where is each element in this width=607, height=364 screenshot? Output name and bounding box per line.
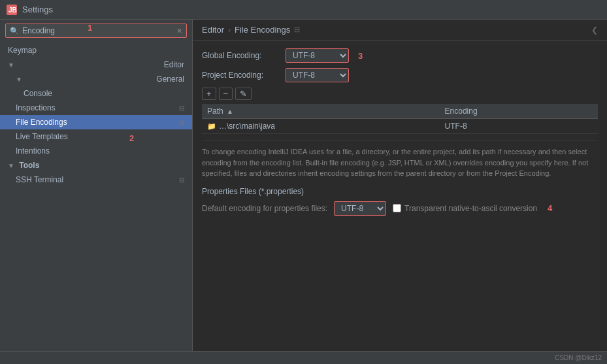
sort-arrow-path: ▲ [227, 108, 233, 115]
info-text: To change encoding IntelliJ IDEA uses fo… [202, 141, 598, 179]
col-path-header[interactable]: Path ▲ [202, 104, 440, 119]
project-encoding-row: Project Encoding: UTF-8 UTF-16 ISO-8859-… [202, 68, 598, 82]
expand-arrow-general: ▼ [16, 76, 22, 83]
file-path-value: 📁 …\src\main\java [207, 122, 435, 131]
table-row[interactable]: 📁 …\src\main\java UTF-8 [202, 119, 598, 134]
sidebar-item-live-templates[interactable]: Live Templates [0, 129, 192, 144]
sidebar-item-file-encodings[interactable]: File Encodings ⊟ [0, 115, 192, 129]
annotation-4: 4 [548, 203, 552, 213]
global-encoding-row: Global Encoding: UTF-8 UTF-16 ISO-8859-1… [202, 48, 598, 63]
add-path-button[interactable]: + [202, 88, 216, 100]
properties-row: Default encoding for properties files: U… [202, 201, 598, 216]
col-path-label: Path [207, 107, 223, 116]
global-encoding-select[interactable]: UTF-8 UTF-16 ISO-8859-1 [286, 48, 349, 63]
sidebar-item-console[interactable]: Console [0, 86, 192, 101]
inspections-settings-icon: ⊟ [179, 105, 184, 112]
breadcrumb-icon: ⊟ [294, 25, 300, 34]
breadcrumb-current: File Encodings [235, 25, 290, 35]
sidebar-item-label: Tools [19, 161, 39, 170]
project-encoding-select[interactable]: UTF-8 UTF-16 ISO-8859-1 [286, 68, 349, 82]
main-content: 🔍 ✕ 1 Keymap ▼ Editor ▼ General Console [0, 20, 607, 351]
search-input[interactable] [22, 26, 176, 35]
breadcrumb-parent: Editor [202, 25, 224, 35]
settings-content: Global Encoding: UTF-8 UTF-16 ISO-8859-1… [193, 41, 607, 351]
remove-path-button[interactable]: − [219, 88, 233, 100]
sidebar-item-label: General [156, 74, 184, 84]
expand-arrow-editor: ▼ [8, 61, 14, 69]
expand-arrow-tools: ▼ [8, 162, 14, 169]
properties-title: Properties Files (*.properties) [202, 187, 598, 196]
title-bar: JB Settings [0, 0, 607, 20]
properties-encoding-label: Default encoding for properties files: [202, 204, 327, 213]
transparent-conversion-checkbox[interactable] [393, 204, 401, 212]
annotation-2: 2 [129, 133, 134, 143]
file-encodings-table: Path ▲ Encoding 📁 …\src\main\jav [202, 104, 598, 134]
svg-text:JB: JB [8, 7, 17, 14]
sidebar-item-label: Inspections [16, 103, 56, 112]
path-text: …\src\main\java [219, 122, 275, 131]
app-icon: JB [7, 5, 17, 15]
table-cell-encoding: UTF-8 [440, 119, 598, 134]
ssh-terminal-settings-icon: ⊟ [179, 176, 184, 184]
sidebar-item-general[interactable]: ▼ General [0, 72, 192, 86]
sidebar-item-label: SSH Terminal [16, 175, 63, 184]
col-encoding-label: Encoding [445, 107, 478, 116]
sidebar-item-inspections[interactable]: Inspections ⊟ [0, 101, 192, 115]
annotation-3: 3 [358, 51, 363, 61]
sidebar-item-label: Intentions [16, 146, 50, 156]
search-icon: 🔍 [10, 27, 19, 35]
sidebar-item-label: Editor [164, 60, 184, 69]
sidebar-item-intentions[interactable]: Intentions [0, 144, 192, 158]
bottom-bar: CSDN @Dikz12 [0, 351, 607, 364]
sidebar-item-tools[interactable]: ▼ Tools [0, 158, 192, 173]
sidebar-item-keymap[interactable]: Keymap [0, 43, 192, 58]
bottom-text: CSDN @Dikz12 [555, 354, 602, 361]
right-panel: Editor › File Encodings ⊟ ❮ Global Encod… [193, 20, 607, 351]
sidebar-item-label: Console [24, 89, 52, 98]
sidebar-item-label: Keymap [8, 46, 37, 55]
annotation-1: 1 [88, 23, 92, 33]
toolbar-row: + − ✎ [202, 88, 598, 100]
col-encoding-header: Encoding [440, 104, 598, 119]
properties-encoding-select[interactable]: UTF-8 UTF-16 [334, 201, 386, 216]
folder-icon: 📁 [207, 122, 216, 131]
breadcrumb-separator: › [228, 25, 231, 35]
file-encodings-settings-icon: ⊟ [179, 119, 184, 126]
nav-section: Keymap ▼ Editor ▼ General Console Inspec… [0, 42, 192, 188]
sidebar-item-label: Live Templates [16, 132, 68, 141]
properties-section: Properties Files (*.properties) Default … [202, 187, 598, 216]
breadcrumb-bar: Editor › File Encodings ⊟ ❮ [193, 20, 607, 41]
sidebar-item-ssh-terminal[interactable]: SSH Terminal ⊟ [0, 173, 192, 187]
project-encoding-label: Project Encoding: [202, 71, 280, 80]
search-clear-button[interactable]: ✕ [176, 27, 182, 35]
sidebar: 🔍 ✕ 1 Keymap ▼ Editor ▼ General Console [0, 20, 193, 351]
transparent-conversion-label: Transparent native-to-ascii conversion [404, 204, 537, 213]
table-cell-path: 📁 …\src\main\java [202, 119, 440, 134]
transparent-conversion-checkbox-container: Transparent native-to-ascii conversion [393, 204, 537, 213]
panel-collapse-button[interactable]: ❮ [591, 25, 598, 35]
search-bar: 🔍 ✕ [5, 24, 187, 38]
global-encoding-label: Global Encoding: [202, 51, 280, 60]
title-text: Settings [22, 5, 53, 14]
sidebar-item-label: File Encodings [16, 118, 67, 127]
sidebar-item-editor[interactable]: ▼ Editor [0, 58, 192, 72]
edit-path-button[interactable]: ✎ [235, 88, 252, 100]
